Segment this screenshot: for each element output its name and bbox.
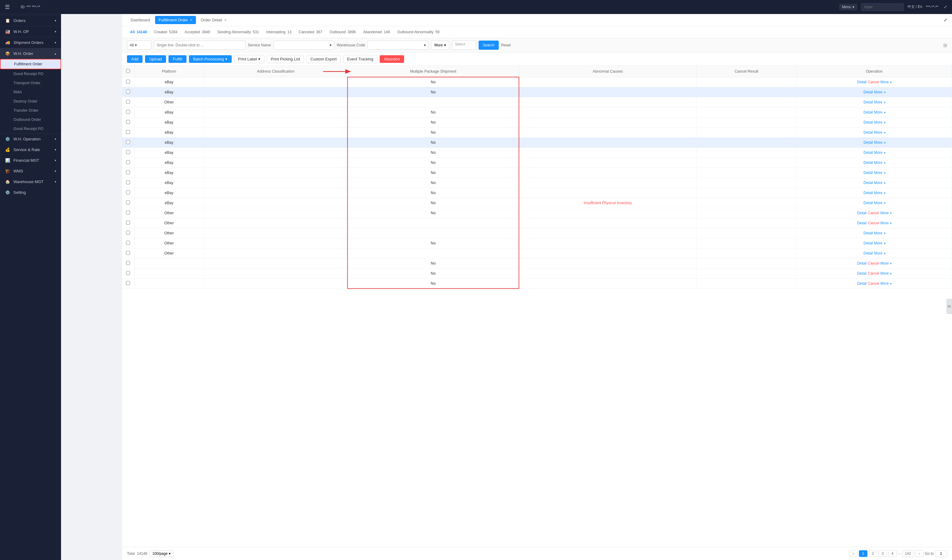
op-cancel-button[interactable]: Cancel <box>867 211 880 215</box>
maximize-icon[interactable]: ⤢ <box>944 18 947 22</box>
sidebar-item-wh-operation[interactable]: ⚙️ W.H. Operation ▾ <box>0 134 61 144</box>
op-more-button[interactable]: More <box>880 281 889 285</box>
op-more-button[interactable]: More <box>873 150 883 155</box>
abandon-button[interactable]: Abandon <box>380 55 404 63</box>
op-detail-button[interactable]: Detail <box>863 120 873 125</box>
op-more-button[interactable]: More <box>880 221 889 225</box>
filter-tab-accepted[interactable]: Accepted 3849 <box>182 29 213 35</box>
sidebar-item-service-rate[interactable]: 💰 Service & Rate ▾ <box>0 144 61 155</box>
filter-tab-abandoned[interactable]: Abandoned 149 <box>360 29 393 35</box>
row-checkbox[interactable] <box>126 261 130 265</box>
tab-dashboard[interactable]: Dashboard <box>127 16 154 24</box>
op-detail-button[interactable]: Detail <box>863 191 873 195</box>
row-checkbox[interactable] <box>126 130 130 134</box>
op-more-button[interactable]: More <box>873 120 883 125</box>
op-more-button[interactable]: More <box>873 171 883 175</box>
sidebar-item-outbound-order[interactable]: Outbound Order <box>0 115 61 124</box>
row-checkbox[interactable] <box>126 271 130 275</box>
header-menu-button[interactable]: Menu ▾ <box>839 4 858 10</box>
op-detail-button[interactable]: Detail <box>863 171 873 175</box>
op-detail-button[interactable]: Detail <box>863 150 873 155</box>
pagination-page-2[interactable]: 2 <box>869 550 877 557</box>
filter-tab-canceled[interactable]: Canceled 367 <box>296 29 325 35</box>
sidebar-item-transfer-order[interactable]: Transfer Order <box>0 106 61 115</box>
page-size-select[interactable]: 100/page ▾ <box>150 550 173 557</box>
op-more-button[interactable]: More <box>880 211 889 215</box>
row-checkbox[interactable] <box>126 281 130 285</box>
filter-tab-sending-abnormality[interactable]: Sending Abnormality 531 <box>214 29 262 35</box>
search-button[interactable]: Search <box>479 40 499 50</box>
batch-processing-button[interactable]: Batch Processing ▾ <box>189 55 232 63</box>
op-cancel-button[interactable]: Cancel <box>867 281 880 285</box>
sidebar-item-fulfillment-order[interactable]: Fulfillment Order <box>0 59 61 69</box>
op-more-button[interactable]: More <box>873 191 883 195</box>
row-checkbox[interactable] <box>126 110 130 114</box>
op-more-button[interactable]: More <box>873 201 883 205</box>
pagination-next-button[interactable]: › <box>915 550 924 557</box>
sidebar-item-setting[interactable]: ⚙️ Setting <box>0 187 61 198</box>
row-checkbox[interactable] <box>126 251 130 255</box>
sidebar-item-warehouse-mgt[interactable]: 🏠 Warehouse MGT ▾ <box>0 176 61 187</box>
op-detail-button[interactable]: Detail <box>863 100 873 104</box>
select-all-header[interactable] <box>122 66 134 77</box>
op-detail-button[interactable]: Detail <box>856 80 867 84</box>
select-all-checkbox[interactable] <box>126 69 130 73</box>
print-picking-button[interactable]: Print Picking List <box>267 55 304 63</box>
pagination-page-4[interactable]: 4 <box>888 550 897 557</box>
op-more-button[interactable]: More <box>873 241 883 245</box>
sidebar-item-wms[interactable]: 🏗️ WMS ▾ <box>0 166 61 176</box>
fullscreen-icon[interactable]: ⤢ <box>944 5 947 9</box>
goto-input[interactable] <box>935 550 947 557</box>
all-filter-select[interactable]: All ▾ <box>127 40 151 50</box>
op-more-button[interactable]: More <box>880 261 889 265</box>
custom-export-button[interactable]: Custom Export <box>306 55 341 63</box>
op-cancel-button[interactable]: Cancel <box>867 271 880 276</box>
op-detail-button[interactable]: Detail <box>856 281 867 285</box>
op-more-button[interactable]: More <box>880 80 889 84</box>
op-cancel-button[interactable]: Cancel <box>867 261 880 265</box>
row-checkbox[interactable] <box>126 100 130 104</box>
row-checkbox[interactable] <box>126 90 130 94</box>
op-detail-button[interactable]: Detail <box>863 130 873 134</box>
row-checkbox[interactable] <box>126 190 130 194</box>
sidebar-item-wh-order[interactable]: 📦 W.H. Order ▴ <box>0 48 61 59</box>
pagination-page-last[interactable]: 142 <box>902 550 914 557</box>
tab-fulfillment-order[interactable]: Fulfillment Order ✕ <box>155 16 196 24</box>
filter-tab-outbound[interactable]: Outbound 3896 <box>327 29 359 35</box>
op-detail-button[interactable]: Detail <box>856 271 867 276</box>
columns-toggle-button[interactable]: ||| <box>946 299 952 314</box>
filter-tab-created[interactable]: Created 5284 <box>151 29 180 35</box>
op-detail-button[interactable]: Detail <box>863 241 873 245</box>
filter-tab-intercepting[interactable]: Intercepting 13 <box>263 29 294 35</box>
row-checkbox[interactable] <box>126 180 130 184</box>
service-name-select[interactable]: ▾ <box>273 40 334 50</box>
sidebar-item-rma[interactable]: RMA <box>0 88 61 97</box>
op-detail-button[interactable]: Detail <box>863 251 873 255</box>
op-detail-button[interactable]: Detail <box>856 261 867 265</box>
op-more-button[interactable]: More <box>873 160 883 165</box>
row-checkbox[interactable] <box>126 140 130 144</box>
row-checkbox[interactable] <box>126 201 130 204</box>
tab-close-icon[interactable]: ✕ <box>190 18 192 22</box>
more-filter-button[interactable]: More ▾ <box>431 40 449 50</box>
row-checkbox[interactable] <box>126 211 130 214</box>
header-user[interactable]: ***-**-** <box>926 5 938 9</box>
tab-close-icon[interactable]: ✕ <box>224 18 226 22</box>
op-cancel-button[interactable]: Cancel <box>867 221 880 225</box>
warehouse-code-select[interactable]: ▾ <box>368 40 428 50</box>
header-search-input[interactable] <box>861 3 904 11</box>
select-filter-input[interactable]: Select <box>452 40 476 50</box>
event-tracking-button[interactable]: Event Tracking <box>343 55 377 63</box>
pagination-page-3[interactable]: 3 <box>878 550 887 557</box>
op-detail-button[interactable]: Detail <box>863 140 873 145</box>
op-detail-button[interactable]: Detail <box>856 221 867 225</box>
op-more-button[interactable]: More <box>873 100 883 104</box>
op-more-button[interactable]: More <box>873 110 883 114</box>
add-button[interactable]: Add <box>127 55 142 63</box>
row-checkbox[interactable] <box>126 80 130 83</box>
op-detail-button[interactable]: Detail <box>863 180 873 185</box>
sidebar-item-destroy-order[interactable]: Destroy Order <box>0 97 61 106</box>
row-checkbox[interactable] <box>126 170 130 174</box>
filter-tab-all[interactable]: All 14148 <box>127 29 150 35</box>
reset-button[interactable]: Reset <box>501 40 511 50</box>
